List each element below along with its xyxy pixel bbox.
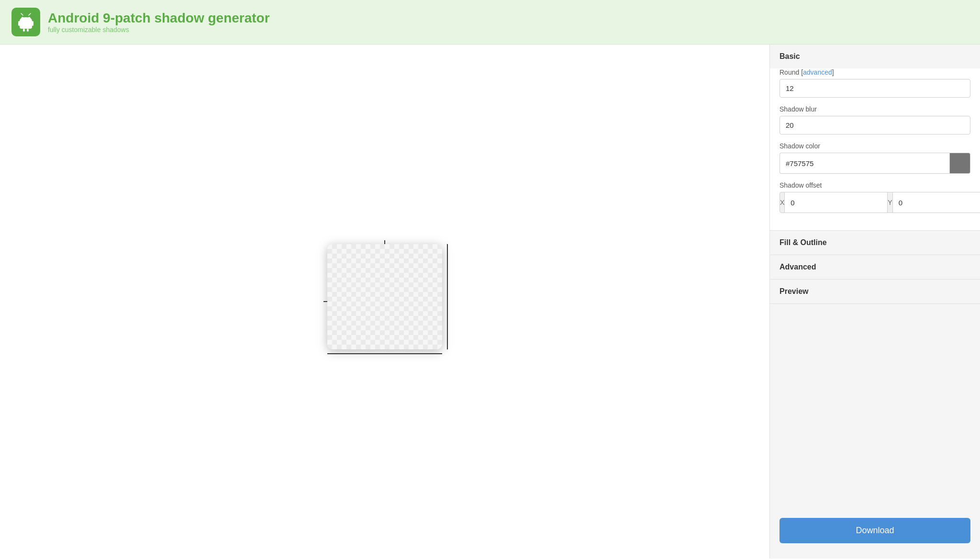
- android-icon: [16, 12, 35, 32]
- shadow-offset-field-group: Shadow offset X Y: [780, 181, 970, 213]
- svg-rect-5: [27, 29, 29, 32]
- preview-box: [327, 244, 442, 349]
- tick-top: [384, 240, 385, 244]
- y-offset-input[interactable]: [893, 192, 980, 213]
- advanced-link[interactable]: advanced: [803, 68, 832, 76]
- x-offset-input[interactable]: [785, 192, 888, 213]
- svg-line-7: [29, 13, 31, 15]
- basic-section-header: Basic: [770, 45, 980, 68]
- shadow-blur-label: Shadow blur: [780, 105, 970, 113]
- advanced-label: Advanced: [780, 263, 970, 271]
- y-label: Y: [888, 192, 892, 213]
- svg-rect-4: [23, 29, 25, 32]
- tick-right: [447, 244, 448, 349]
- svg-rect-3: [32, 21, 33, 26]
- header-text: Android 9-patch shadow generator fully c…: [48, 11, 270, 34]
- basic-section: Basic Round [advanced] Shadow blur: [770, 45, 980, 231]
- checkerboard: [327, 244, 442, 349]
- round-input[interactable]: [780, 79, 970, 98]
- tick-left: [323, 301, 327, 302]
- app-logo: [11, 8, 40, 36]
- shadow-blur-input[interactable]: [780, 116, 970, 134]
- shadow-color-input[interactable]: [780, 153, 949, 174]
- round-field-group: Round [advanced]: [780, 68, 970, 98]
- shadow-color-row: [780, 153, 970, 174]
- shadow-color-field-group: Shadow color: [780, 142, 970, 174]
- app-header: Android 9-patch shadow generator fully c…: [0, 0, 980, 45]
- shadow-color-label: Shadow color: [780, 142, 970, 150]
- preview-section[interactable]: Preview: [770, 280, 980, 304]
- round-label: Round [advanced]: [780, 68, 970, 76]
- right-panel: Basic Round [advanced] Shadow blur: [769, 45, 980, 559]
- preview-label: Preview: [780, 287, 970, 296]
- nine-patch-preview: [318, 235, 452, 369]
- basic-section-body: Round [advanced] Shadow blur Shadow colo…: [770, 68, 980, 230]
- main-content: Basic Round [advanced] Shadow blur: [0, 45, 980, 559]
- download-area: Download: [770, 503, 980, 559]
- fill-outline-label: Fill & Outline: [780, 238, 970, 247]
- download-button[interactable]: Download: [780, 518, 970, 543]
- shadow-blur-field-group: Shadow blur: [780, 105, 970, 134]
- panel-spacer: [770, 304, 980, 503]
- svg-line-6: [21, 13, 23, 15]
- x-label: X: [780, 192, 785, 213]
- svg-rect-2: [18, 21, 20, 26]
- tick-bottom: [327, 353, 442, 354]
- advanced-section[interactable]: Advanced: [770, 255, 980, 280]
- canvas-container: [318, 235, 452, 369]
- fill-outline-section[interactable]: Fill & Outline: [770, 231, 980, 255]
- shadow-offset-row: X Y: [780, 192, 970, 213]
- canvas-area: [0, 45, 769, 559]
- app-title: Android 9-patch shadow generator: [48, 11, 270, 26]
- shadow-offset-label: Shadow offset: [780, 181, 970, 189]
- app-subtitle: fully customizable shadows: [48, 26, 270, 34]
- basic-label: Basic: [780, 52, 800, 60]
- shadow-color-swatch[interactable]: [949, 153, 970, 174]
